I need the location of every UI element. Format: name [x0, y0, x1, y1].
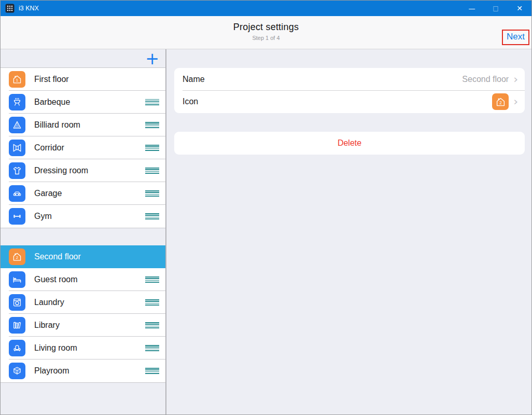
bed-icon — [9, 271, 25, 288]
sidebar-item-label: Barbeque — [34, 98, 70, 107]
sidebar-item-barbeque[interactable]: Barbeque — [1, 91, 165, 114]
sidebar-item-first-floor[interactable]: 1 First floor — [1, 68, 165, 91]
drag-handle-icon[interactable] — [145, 213, 159, 219]
sidebar-section-gap — [1, 228, 165, 245]
main-panel: Name Second floor › Icon 2 › — [166, 49, 531, 414]
sidebar-item-label: Playroom — [34, 366, 69, 376]
drag-handle-icon[interactable] — [145, 322, 159, 328]
sidebar-item-billiard-room[interactable]: Billiard room — [1, 114, 165, 136]
next-button[interactable]: Next — [502, 30, 529, 45]
washing-machine-icon — [9, 294, 25, 311]
selected-floor-icon: 2 — [492, 93, 509, 110]
sidebar-item-label: Living room — [34, 343, 77, 353]
svg-text:2: 2 — [499, 101, 502, 105]
dumbbell-icon — [9, 208, 25, 225]
icon-row[interactable]: Icon 2 › — [174, 91, 525, 114]
sidebar-item-second-floor[interactable]: 2 Second floor — [1, 245, 165, 268]
page-title: Project settings — [1, 16, 531, 33]
sidebar-item-label: First floor — [34, 75, 69, 84]
first-floor-icon: 1 — [9, 71, 25, 88]
second-floor-icon: 2 — [9, 248, 25, 265]
sidebar-item-label: Garage — [34, 189, 62, 198]
sidebar-item-playroom[interactable]: Playroom — [1, 359, 165, 382]
sidebar-item-library[interactable]: Library — [1, 314, 165, 337]
sidebar-item-guest-room[interactable]: Guest room — [1, 268, 165, 291]
close-icon[interactable]: ✕ — [508, 1, 531, 16]
sidebar-item-label: Billiard room — [34, 120, 80, 130]
add-icon[interactable]: + — [145, 52, 159, 65]
drag-handle-icon[interactable] — [145, 299, 159, 306]
drag-handle-icon[interactable] — [145, 99, 159, 105]
sidebar-item-label: Library — [34, 321, 60, 330]
app-window: i3 KNX — □ ✕ Project settings Step 1 of … — [0, 0, 532, 415]
drag-handle-icon[interactable] — [145, 168, 159, 174]
minimize-icon[interactable]: — — [460, 1, 484, 16]
sidebar-toolbar: + — [1, 49, 165, 68]
delete-button[interactable]: Delete — [174, 132, 525, 155]
sidebar-item-gym[interactable]: Gym — [1, 205, 165, 228]
sidebar-empty-area — [1, 382, 165, 414]
sidebar-item-label: Second floor — [34, 252, 81, 261]
sidebar-item-label: Dressing room — [34, 166, 88, 175]
sidebar-item-dressing-room[interactable]: Dressing room — [1, 159, 165, 182]
dice-icon — [9, 363, 25, 379]
name-label: Name — [183, 75, 205, 84]
tshirt-icon — [9, 162, 25, 179]
maximize-icon[interactable]: □ — [484, 1, 508, 16]
sidebar: + 1 First floor — [1, 49, 166, 414]
drag-handle-icon[interactable] — [145, 122, 159, 128]
corridor-icon — [9, 140, 25, 156]
app-logo-icon — [5, 4, 15, 13]
settings-card: Name Second floor › Icon 2 › — [174, 68, 525, 113]
drag-handle-icon[interactable] — [145, 368, 159, 374]
barbeque-icon — [9, 94, 25, 110]
sidebar-item-corridor[interactable]: Corridor — [1, 136, 165, 159]
sidebar-item-laundry[interactable]: Laundry — [1, 291, 165, 314]
name-row[interactable]: Name Second floor › — [174, 68, 525, 91]
chevron-right-icon: › — [513, 96, 518, 107]
window-title: i3 KNX — [19, 5, 39, 12]
drag-handle-icon[interactable] — [145, 345, 159, 351]
icon-label: Icon — [183, 97, 198, 106]
sidebar-item-living-room[interactable]: Living room — [1, 337, 165, 359]
sidebar-item-label: Laundry — [34, 298, 64, 307]
car-icon — [9, 185, 25, 202]
svg-text:2: 2 — [16, 255, 18, 260]
header: Project settings Step 1 of 4 Next — [1, 16, 531, 49]
armchair-icon — [9, 340, 25, 356]
sidebar-item-garage[interactable]: Garage — [1, 182, 165, 205]
step-indicator: Step 1 of 4 — [1, 35, 531, 41]
billiard-icon — [9, 117, 25, 133]
titlebar: i3 KNX — □ ✕ — [1, 1, 531, 16]
svg-text:1: 1 — [16, 78, 18, 82]
sidebar-item-label: Guest room — [34, 275, 78, 284]
window-controls: — □ ✕ — [460, 1, 531, 16]
chevron-right-icon: › — [513, 74, 518, 85]
name-value: Second floor — [462, 75, 509, 84]
books-icon — [9, 317, 25, 334]
sidebar-item-label: Gym — [34, 212, 52, 221]
drag-handle-icon[interactable] — [145, 145, 159, 151]
drag-handle-icon[interactable] — [145, 190, 159, 197]
sidebar-item-label: Corridor — [34, 143, 64, 153]
content: + 1 First floor — [1, 49, 531, 414]
drag-handle-icon[interactable] — [145, 276, 159, 283]
